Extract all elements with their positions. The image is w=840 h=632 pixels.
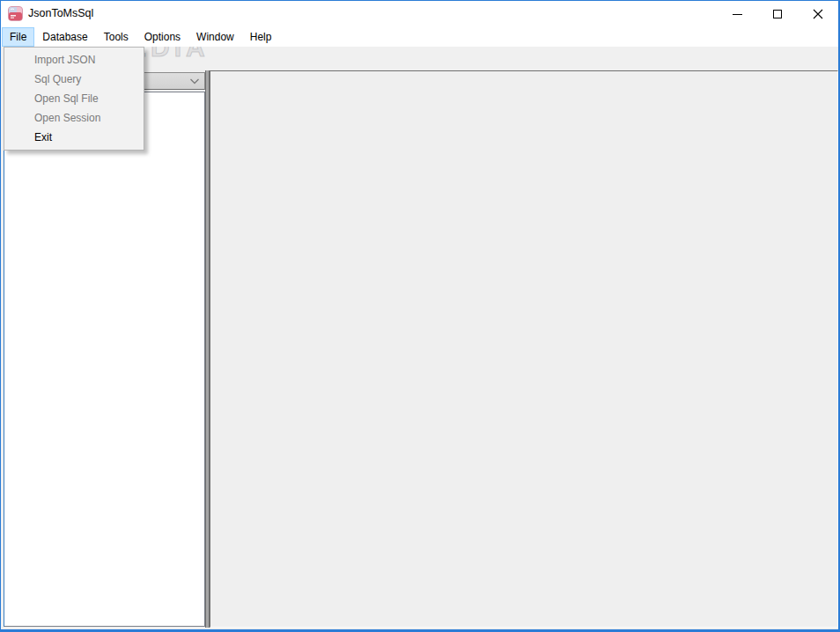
menu-help[interactable]: Help [242, 27, 280, 47]
app-icon [8, 6, 23, 21]
menubar: File Database Tools Options Window Help [1, 27, 838, 47]
document-area [210, 70, 838, 628]
window-title: JsonToMsSql [28, 1, 93, 26]
menu-file[interactable]: File [2, 27, 34, 47]
menu-window[interactable]: Window [188, 27, 242, 47]
app-window: JsonToMsSql File Database Tools Options … [0, 0, 840, 632]
file-dropdown-menu: Import JSON Sql Query Open Sql File Open… [4, 47, 144, 151]
minimize-icon [733, 14, 742, 15]
maximize-icon [773, 10, 782, 18]
left-panel [4, 72, 205, 627]
menu-item-open-sql-file[interactable]: Open Sql File [4, 89, 144, 108]
titlebar: JsonToMsSql [1, 1, 838, 27]
menu-options[interactable]: Options [136, 27, 188, 47]
minimize-button[interactable] [717, 1, 757, 27]
close-icon [813, 9, 823, 19]
object-listbox[interactable] [4, 92, 205, 627]
window-controls [717, 1, 838, 27]
menu-item-sql-query[interactable]: Sql Query [4, 70, 144, 89]
menu-database[interactable]: Database [34, 27, 95, 47]
maximize-button[interactable] [757, 1, 798, 27]
menu-item-import-json[interactable]: Import JSON [4, 50, 144, 70]
menu-item-exit[interactable]: Exit [4, 128, 144, 147]
chevron-down-icon [189, 77, 200, 85]
menu-tools[interactable]: Tools [96, 27, 136, 47]
menu-item-open-session[interactable]: Open Session [4, 108, 144, 128]
close-button[interactable] [798, 1, 838, 27]
